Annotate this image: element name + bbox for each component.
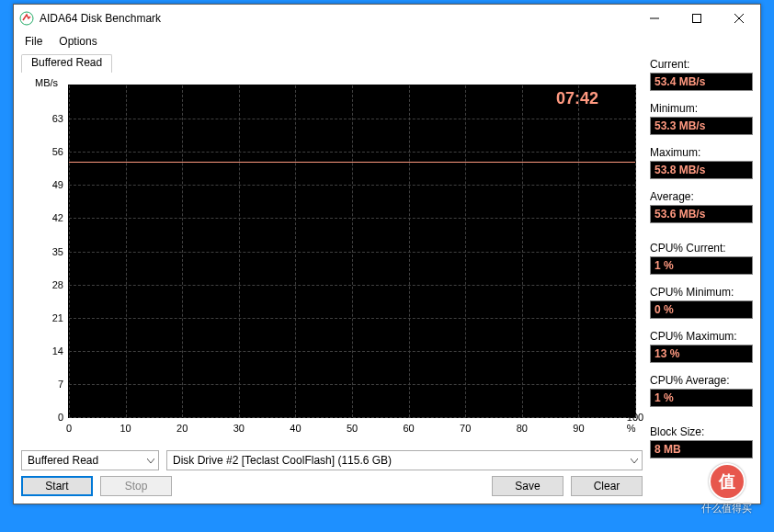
average-value: 53.6 MB/s: [650, 205, 753, 223]
maximum-label: Maximum:: [650, 146, 753, 159]
x-tick-label: 0: [66, 423, 72, 434]
close-button[interactable]: [718, 5, 760, 32]
y-tick-label: 21: [40, 312, 63, 323]
minimum-value: 53.3 MB/s: [650, 117, 753, 135]
minimum-label: Minimum:: [650, 102, 753, 115]
maximum-value: 53.8 MB/s: [650, 161, 753, 179]
app-window: AIDA64 Disk Benchmark File Options Buffe…: [13, 4, 761, 504]
chart-trace: [69, 162, 635, 163]
titlebar: AIDA64 Disk Benchmark: [14, 5, 760, 32]
x-tick-label: 50: [347, 423, 358, 434]
cpu-current-value: 1 %: [650, 256, 753, 275]
y-tick-label: 28: [40, 279, 63, 290]
spacer: [179, 476, 484, 496]
drive-select[interactable]: Disk Drive #2 [Teclast CoolFlash] (115.6…: [166, 450, 643, 470]
block-size-label: Block Size:: [650, 425, 753, 438]
y-tick-label: 49: [40, 179, 63, 190]
cpu-current-label: CPU% Current:: [650, 242, 753, 255]
elapsed-time: 07:42: [556, 89, 598, 108]
tab-strip: Buffered Read: [21, 54, 643, 73]
clear-button[interactable]: Clear: [571, 476, 643, 496]
cpu-maximum-label: CPU% Maximum:: [650, 330, 753, 343]
tab-buffered-read[interactable]: Buffered Read: [21, 54, 112, 73]
menu-options[interactable]: Options: [51, 34, 104, 49]
y-axis-unit: MB/s: [35, 77, 58, 88]
minimize-button[interactable]: [633, 5, 676, 32]
x-tick-label: 40: [290, 423, 301, 434]
cpu-average-label: CPU% Average:: [650, 374, 753, 387]
current-label: Current:: [650, 58, 753, 71]
test-select-value: Buffered Read: [28, 454, 98, 467]
x-tick-label: 20: [176, 423, 188, 434]
cpu-minimum-label: CPU% Minimum:: [650, 286, 753, 299]
start-button[interactable]: Start: [21, 476, 93, 496]
save-button[interactable]: Save: [492, 476, 563, 496]
x-tick-label: 100 %: [627, 412, 643, 434]
block-size-value: 8 MB: [650, 440, 753, 458]
cpu-maximum-value: 13 %: [650, 345, 753, 363]
chart-area: MB/s 07:42 07142128354249566301020304050…: [21, 78, 643, 445]
drive-select-value: Disk Drive #2 [Teclast CoolFlash] (115.6…: [173, 454, 392, 467]
y-tick-label: 63: [40, 113, 63, 124]
x-tick-label: 90: [573, 423, 584, 434]
x-tick-label: 30: [233, 423, 245, 434]
test-select[interactable]: Buffered Read: [21, 450, 159, 470]
stop-button: Stop: [100, 476, 172, 496]
chevron-down-icon: [631, 454, 638, 467]
y-tick-label: 42: [40, 212, 63, 223]
window-title: AIDA64 Disk Benchmark: [40, 12, 633, 25]
content-area: Buffered Read MB/s 07:42 071421283542495…: [14, 51, 760, 504]
y-tick-label: 14: [40, 345, 63, 357]
chevron-down-icon: [147, 454, 154, 467]
maximize-button[interactable]: [676, 5, 718, 32]
app-icon: [19, 11, 34, 26]
x-tick-label: 70: [460, 423, 471, 434]
cpu-minimum-value: 0 %: [650, 300, 753, 319]
svg-rect-2: [693, 15, 701, 23]
chart-plot: 07:42 0714212835424956630102030405060708…: [68, 85, 636, 418]
y-tick-label: 35: [40, 246, 63, 257]
x-tick-label: 60: [403, 423, 414, 434]
menu-file[interactable]: File: [17, 34, 50, 49]
button-row: Start Stop Save Clear: [21, 476, 643, 496]
cpu-average-value: 1 %: [650, 389, 753, 407]
menubar: File Options: [14, 32, 760, 51]
x-tick-label: 10: [120, 423, 131, 434]
average-label: Average:: [650, 190, 753, 203]
y-tick-label: 0: [40, 412, 63, 423]
stats-panel: Current: 53.4 MB/s Minimum: 53.3 MB/s Ma…: [650, 54, 753, 496]
y-tick-label: 56: [40, 146, 63, 157]
x-tick-label: 80: [517, 423, 528, 434]
selector-row: Buffered Read Disk Drive #2 [Teclast Coo…: [21, 450, 643, 470]
left-column: Buffered Read MB/s 07:42 071421283542495…: [21, 54, 643, 496]
y-tick-label: 7: [40, 379, 63, 390]
current-value: 53.4 MB/s: [650, 73, 753, 91]
